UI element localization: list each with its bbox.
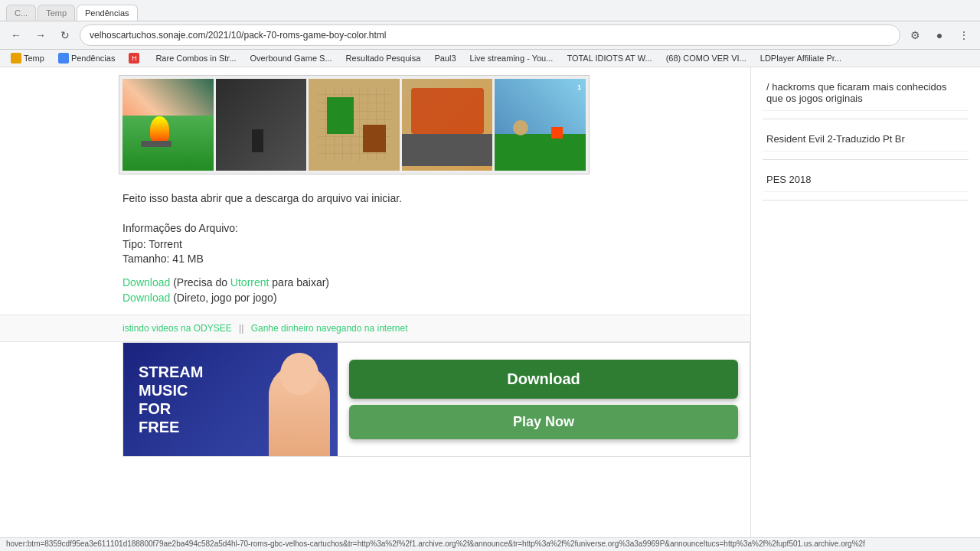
sidebar-item-residentevil[interactable]: Resident Evil 2-Traduzido Pt Br [763,127,969,152]
bookmark-resultado[interactable]: Resultado Pesquisa [341,52,426,64]
file-size-row: Tamanho: 41 MB [122,253,605,265]
sidebar-item-hackroms[interactable]: / hackroms que ficaram mais conhecidos q… [763,75,969,111]
status-bar-text: hover:btm=8359cdf95ea3e611101d188800f79a… [6,540,865,548]
ad-link-odysee[interactable]: istindo videos na ODYSEE [122,323,232,334]
ad-text-overlay: STREAM MUSIC FOR FREE [131,355,211,444]
ad-link-earn[interactable]: Ganhe dinheiro navegando na internet [251,323,408,334]
ad-play-now-button[interactable]: Play Now [349,405,738,439]
screenshot-4 [402,79,493,171]
file-info-section: Informações do Arquivo: Tipo: Torrent Ta… [122,222,605,265]
file-type-row: Tipo: Torrent [122,238,605,250]
menu-button[interactable]: ⋮ [954,25,974,45]
screenshot-5: 1 [495,79,586,171]
extensions-button[interactable]: ⚙ [905,25,925,45]
browser-chrome: C... Temp Pendências [0,0,980,21]
browser-tabs: C... Temp Pendências [6,5,974,21]
bookmark-pendencias[interactable]: Pendências [54,51,120,65]
browser-tab-2[interactable]: Temp [38,5,75,21]
address-bar[interactable] [80,24,900,46]
ad-block: STREAM MUSIC FOR FREE Download Play Now [122,342,750,457]
back-button[interactable]: ← [6,25,26,45]
bookmark-total-idiots[interactable]: TOTAL IDIOTS AT W... [562,52,656,64]
ad-buttons: Download Play Now [338,343,750,456]
browser-tab-1[interactable]: C... [6,5,36,21]
bookmark-ldplayer[interactable]: LDPlayer Affiliate Pr... [756,52,846,64]
article-body: Feito isso basta abrir que a descarga do… [0,182,628,315]
screenshot-2 [216,79,307,171]
bookmark-temp[interactable]: Temp [6,51,49,65]
ad-text-line1: STREAM [139,363,203,381]
sidebar-divider-1 [763,119,969,119]
browser-toolbar: ← → ↻ ⚙ ● ⋮ [0,21,980,50]
bookmark-como-ver[interactable]: (68) COMO VER VI... [662,52,751,64]
ad-separator: || [239,323,243,334]
main-content: 1 Feito isso basta abrir que a descarga … [0,67,750,551]
bookmark-paul3[interactable]: Paul3 [430,52,460,64]
ad-text-line2: MUSIC [139,381,203,399]
ad-person-image [238,353,338,456]
profile-button[interactable]: ● [929,25,949,45]
ad-links-banner: istindo videos na ODYSEE || Ganhe dinhei… [0,315,750,342]
ad-text-line3: FOR [139,399,203,418]
sidebar-divider-3 [763,200,969,201]
bookmark-overbound[interactable]: Overbound Game S... [246,52,337,64]
download1-end: para baixar) [272,276,329,289]
file-info-title: Informações do Arquivo: [122,222,605,234]
download-links-section: Download (Precisa do Utorrent para baixa… [122,276,605,304]
game-screenshots-wrapper: 1 [119,67,590,182]
browser-tab-3[interactable]: Pendências [77,5,138,21]
download-link-2-row: Download (Direto, jogo por jogo) [122,292,605,304]
download-link-1-row: Download (Precisa do Utorrent para baixa… [122,276,605,289]
screenshot-3 [309,79,400,171]
download-link-2[interactable]: Download [122,292,170,304]
screenshot-1 [122,79,214,171]
download1-suffix: (Precisa do [173,276,227,289]
screenshots-row: 1 [119,75,590,174]
ad-links-content: istindo videos na ODYSEE || Ganhe dinhei… [0,319,750,337]
ad-image-section: STREAM MUSIC FOR FREE [123,343,338,456]
ad-text-line4: FREE [139,418,203,436]
sidebar-divider-2 [763,159,969,160]
status-bar: hover:btm=8359cdf95ea3e611101d188800f79a… [0,537,980,551]
sidebar-item-pes2018[interactable]: PES 2018 [763,168,969,192]
download2-suffix: (Direto, jogo por jogo) [173,292,276,304]
bookmark-rare[interactable]: Rare Combos in Str... [151,52,240,64]
bookmark-h[interactable]: H [124,51,146,65]
page-container: 1 Feito isso basta abrir que a descarga … [0,67,980,551]
forward-button[interactable]: → [31,25,51,45]
utorrent-link[interactable]: Utorrent [230,276,270,289]
reload-button[interactable]: ↻ [55,25,75,45]
article-main-text: Feito isso basta abrir que a descarga do… [122,190,605,207]
ad-download-button[interactable]: Download [349,360,738,399]
sidebar: / hackroms que ficaram mais conhecidos q… [750,67,980,551]
bookmark-livestreaming[interactable]: Live streaming - You... [466,52,558,64]
bookmarks-bar: Temp Pendências H Rare Combos in Str... … [0,50,980,67]
download-link-1[interactable]: Download [122,276,170,289]
